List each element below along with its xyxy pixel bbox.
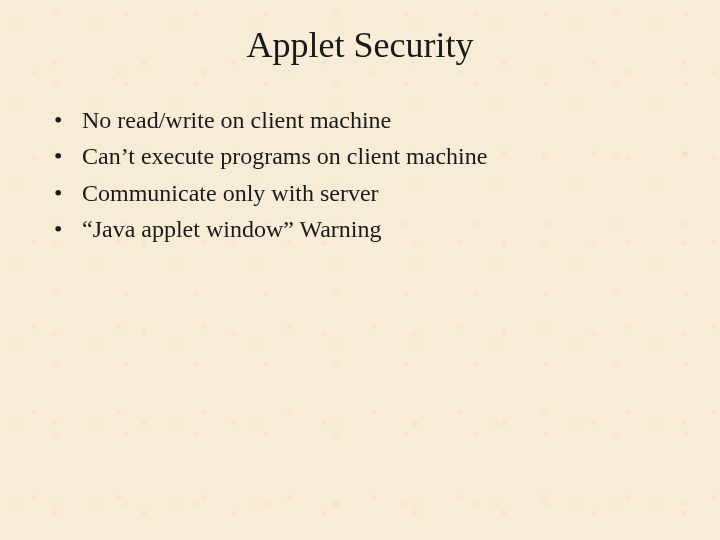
bullet-icon: • — [54, 177, 82, 209]
bullet-icon: • — [54, 140, 82, 172]
bullet-list: • No read/write on client machine • Can’… — [0, 104, 720, 246]
bullet-text: Communicate only with server — [82, 177, 720, 209]
list-item: • No read/write on client machine — [54, 104, 720, 136]
list-item: • “Java applet window” Warning — [54, 213, 720, 245]
bullet-text: Can’t execute programs on client machine — [82, 140, 720, 172]
bullet-text: “Java applet window” Warning — [82, 213, 720, 245]
list-item: • Communicate only with server — [54, 177, 720, 209]
slide: Applet Security • No read/write on clien… — [0, 0, 720, 540]
list-item: • Can’t execute programs on client machi… — [54, 140, 720, 172]
bullet-icon: • — [54, 104, 82, 136]
slide-title: Applet Security — [0, 24, 720, 66]
bullet-icon: • — [54, 213, 82, 245]
bullet-text: No read/write on client machine — [82, 104, 720, 136]
